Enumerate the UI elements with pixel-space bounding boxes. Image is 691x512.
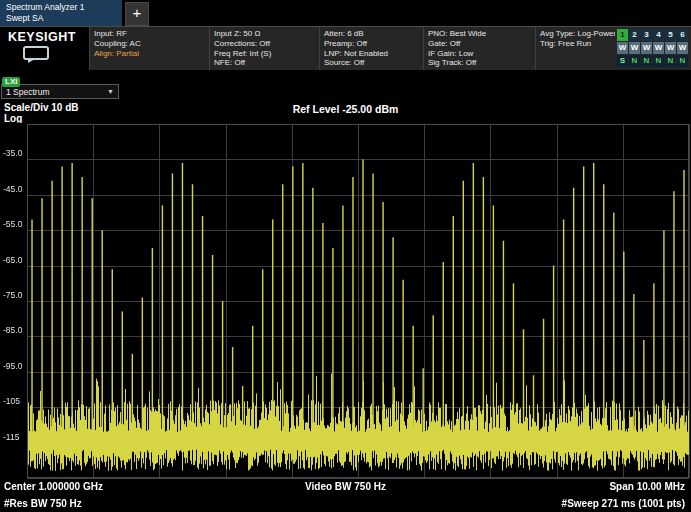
setting-trigger: Trig: Free Run	[540, 39, 611, 49]
setting-atten: Atten: 6 dB	[324, 29, 419, 39]
sweep-time-label[interactable]: #Sweep 271 ms (1001 pts)	[562, 498, 685, 509]
control-row: 1 Spectrum ▼	[0, 84, 691, 101]
setting-coupling: Coupling: AC	[94, 39, 205, 49]
trace-select-1[interactable]: 1	[617, 29, 628, 41]
average-settings-panel[interactable]: Avg Type: Log-Power Trig: Free Run	[536, 27, 615, 70]
trace-state-5[interactable]: N	[665, 55, 676, 67]
setting-corrections: Corrections: Off	[214, 39, 315, 49]
setting-input: Input: RF	[94, 29, 205, 39]
trace-select-5[interactable]: 5	[665, 29, 676, 41]
setting-if-gain: IF Gain: Low	[428, 49, 531, 59]
pno-settings-panel[interactable]: PNO: Best Wide Gate: Off IF Gain: Low Si…	[424, 27, 536, 70]
trace-select-4[interactable]: 4	[653, 29, 664, 41]
lxi-row: LXI	[0, 70, 691, 83]
tab-subtitle: Swept SA	[6, 13, 116, 24]
add-tab-button[interactable]: +	[125, 2, 149, 26]
video-bw-label[interactable]: Video BW 750 Hz	[305, 481, 386, 492]
chevron-down-icon: ▼	[107, 88, 114, 95]
ref-level-label[interactable]: Ref Level -25.00 dBm	[0, 103, 691, 115]
measurement-bar: Scale/Div 10 dB Ref Level -25.00 dBm Log	[0, 101, 691, 123]
trace-state-6[interactable]: N	[677, 55, 688, 67]
attenuation-settings-panel[interactable]: Atten: 6 dB Preamp: Off LNP: Not Enabled…	[320, 27, 424, 70]
spectrum-display[interactable]: -35.0-45.0-55.0-65.0-75.0-85.0-95.0-105-…	[0, 123, 691, 479]
spectrum-dropdown-label: 1 Spectrum	[6, 87, 49, 97]
trace-type-1[interactable]: W	[617, 42, 628, 54]
trace-status-grid: 1 2 3 4 5 6 W W W W W W S N N N N N	[615, 27, 691, 70]
display-icon	[22, 46, 52, 64]
res-bw-label[interactable]: #Res BW 750 Hz	[4, 498, 82, 509]
setting-align: Align: Partial	[94, 49, 205, 59]
setting-freq-ref: Freq Ref: Int (S)	[214, 49, 315, 59]
trace-state-4[interactable]: N	[653, 55, 664, 67]
setting-preamp: Preamp: Off	[324, 39, 419, 49]
trace-type-4[interactable]: W	[653, 42, 664, 54]
spectrum-analyzer-app: Spectrum Analyzer 1 Swept SA + KEYSIGHT …	[0, 0, 691, 512]
footer-row-2: #Res BW 750 Hz #Sweep 271 ms (1001 pts)	[0, 496, 691, 512]
input-settings-panel[interactable]: Input: RF Coupling: AC Align: Partial	[90, 27, 210, 70]
trace-select-2[interactable]: 2	[629, 29, 640, 41]
setting-nfe: NFE: Off	[214, 58, 315, 68]
spectrum-trace-canvas[interactable]	[0, 123, 691, 479]
trace-state-3[interactable]: N	[641, 55, 652, 67]
trace-state-1[interactable]: S	[617, 55, 628, 67]
tab-title: Spectrum Analyzer 1	[6, 2, 116, 13]
trace-type-3[interactable]: W	[641, 42, 652, 54]
status-header: KEYSIGHT Input: RF Coupling: AC Align: P…	[0, 26, 691, 70]
setting-pno: PNO: Best Wide	[428, 29, 531, 39]
setting-sig-track: Sig Track: Off	[428, 58, 531, 68]
lxi-badge: LXI	[2, 77, 20, 87]
trace-type-5[interactable]: W	[665, 42, 676, 54]
setting-source: Source: Off	[324, 58, 419, 68]
impedance-settings-panel[interactable]: Input Z: 50 Ω Corrections: Off Freq Ref:…	[210, 27, 320, 70]
tab-swept-sa[interactable]: Spectrum Analyzer 1 Swept SA	[0, 0, 122, 26]
trace-state-2[interactable]: N	[629, 55, 640, 67]
center-frequency-label[interactable]: Center 1.000000 GHz	[4, 481, 103, 492]
span-label[interactable]: Span 10.00 MHz	[609, 481, 685, 492]
setting-input-z: Input Z: 50 Ω	[214, 29, 315, 39]
trace-type-6[interactable]: W	[677, 42, 688, 54]
trace-select-6[interactable]: 6	[677, 29, 688, 41]
tab-bar: Spectrum Analyzer 1 Swept SA +	[0, 0, 691, 26]
brand-name: KEYSIGHT	[8, 30, 89, 44]
keysight-logo: KEYSIGHT	[0, 27, 90, 70]
setting-avg-type: Avg Type: Log-Power	[540, 29, 611, 39]
spectrum-window-dropdown[interactable]: 1 Spectrum ▼	[1, 84, 119, 99]
trace-select-3[interactable]: 3	[641, 29, 652, 41]
setting-gate: Gate: Off	[428, 39, 531, 49]
trace-type-2[interactable]: W	[629, 42, 640, 54]
setting-lnp: LNP: Not Enabled	[324, 49, 419, 59]
footer-row-1: Center 1.000000 GHz Video BW 750 Hz Span…	[0, 479, 691, 496]
